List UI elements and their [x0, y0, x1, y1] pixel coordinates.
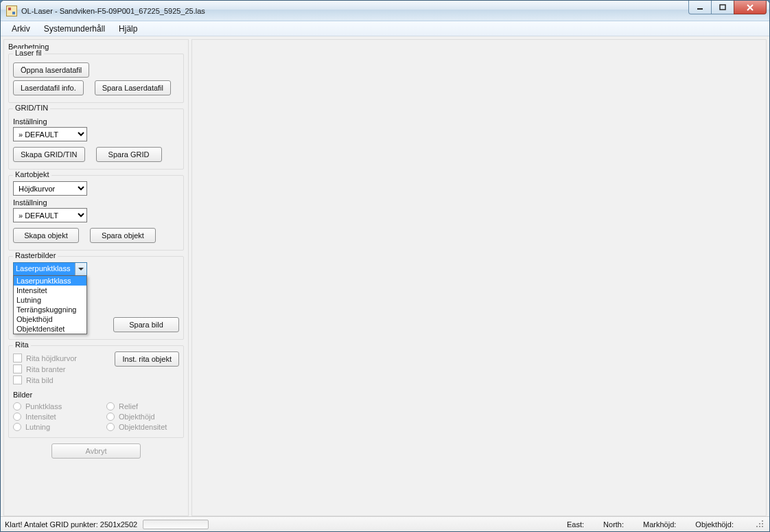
rasterbilder-dropdown-list: Laserpunktklass Intensitet Lutning Terrä… [13, 275, 87, 334]
laserdatafil-info-button[interactable]: Laserdatafil info. [13, 80, 84, 95]
status-markhojd-label: Markhöjd: [643, 520, 676, 529]
chevron-down-icon[interactable] [75, 263, 86, 275]
dropdown-item-lutning[interactable]: Lutning [14, 295, 86, 305]
bilder-title: Bilder [13, 391, 179, 399]
gridtin-installning-label: Inställning [13, 117, 179, 126]
app-icon [6, 5, 17, 16]
radio-lutning: Lutning [13, 423, 86, 431]
chk-rita-bild-label: Rita bild [26, 376, 54, 384]
radio-punktklass: Punktklass [13, 402, 86, 410]
radio-icon [13, 413, 21, 421]
radio-punktklass-label: Punktklass [25, 402, 62, 410]
rasterbilder-type-select[interactable]: Laserpunktklass [13, 262, 87, 276]
kartobjekt-installning-select[interactable]: » DEFAULT [13, 208, 87, 222]
chk-rita-branter: Rita branter [13, 365, 77, 373]
group-laserfil: Laser fil Öppna laserdatafil Laserdatafi… [8, 54, 184, 103]
radio-icon [13, 402, 21, 410]
open-laserdatafil-button[interactable]: Öppna laserdatafil [13, 62, 89, 78]
radio-intensitet: Intensitet [13, 413, 86, 421]
dropdown-item-laserpunktklass[interactable]: Laserpunktklass [14, 276, 86, 286]
rasterbilder-selected-text: Laserpunktklass [14, 263, 75, 275]
menu-systemunderhall[interactable]: Systemunderhåll [37, 23, 112, 35]
resize-grip-icon[interactable] [756, 520, 765, 529]
radio-objekthojd: Objekthöjd [106, 413, 179, 421]
radio-icon [13, 423, 21, 431]
avbryt-button: Avbryt [51, 443, 141, 459]
checkbox-icon [13, 375, 22, 384]
group-gridtin: GRID/TIN Inställning » DEFAULT Skapa GRI… [8, 108, 184, 170]
radio-relief: Relief [106, 402, 179, 410]
content-area: Bearbetning Laser fil Öppna laserdatafil… [1, 36, 769, 516]
close-button[interactable] [734, 1, 767, 14]
kartobjekt-installning-label: Inställning [13, 198, 179, 207]
statusbar: Klart! Antalet GRID punkter: 2501x2502 E… [1, 516, 769, 531]
chk-rita-branter-label: Rita branter [26, 365, 65, 373]
radio-icon [106, 423, 115, 431]
spara-grid-button[interactable]: Spara GRID [96, 147, 162, 162]
radio-icon [106, 413, 115, 421]
checkbox-icon [13, 354, 22, 362]
maximize-button[interactable] [711, 1, 734, 14]
group-kartobjekt-title: Kartobjekt [13, 170, 51, 178]
chk-rita-bild: Rita bild [13, 375, 77, 384]
status-east-label: East: [567, 520, 584, 529]
group-rita-title: Rita [13, 340, 31, 349]
spara-bild-button[interactable]: Spara bild [113, 317, 179, 332]
skapa-gridtin-button[interactable]: Skapa GRID/TIN [13, 147, 85, 162]
svg-rect-1 [720, 5, 725, 10]
checkbox-icon [13, 365, 22, 373]
dropdown-item-objekthojd[interactable]: Objekthöjd [14, 314, 86, 324]
menu-hjalp[interactable]: Hjälp [112, 23, 144, 35]
status-message: Klart! Antalet GRID punkter: 2501x2502 [5, 520, 137, 529]
radio-relief-label: Relief [119, 402, 138, 410]
radio-objektdensitet-label: Objektdensitet [119, 423, 167, 431]
inst-rita-objekt-button[interactable]: Inst. rita objekt [115, 351, 179, 367]
dropdown-item-intensitet[interactable]: Intensitet [14, 286, 86, 295]
app-window: OL-Laser - Sandviken-F5-09P001_67225_592… [0, 0, 770, 532]
window-title: OL-Laser - Sandviken-F5-09P001_67225_592… [21, 7, 205, 15]
window-controls [689, 1, 767, 14]
radio-intensitet-label: Intensitet [25, 413, 56, 421]
radio-objektdensitet: Objektdensitet [106, 423, 179, 431]
status-north-label: North: [603, 520, 624, 529]
left-panel: Bearbetning Laser fil Öppna laserdatafil… [3, 39, 189, 516]
svg-rect-0 [697, 8, 703, 10]
canvas-area [191, 39, 767, 516]
group-rita: Rita Rita höjdkurvor Rita branter [8, 345, 184, 438]
radio-icon [106, 402, 115, 410]
gridtin-installning-select[interactable]: » DEFAULT [13, 127, 87, 141]
spara-laserdatafil-button[interactable]: Spara Laserdatafil [95, 80, 171, 95]
kartobjekt-type-select[interactable]: Höjdkurvor [13, 181, 87, 196]
dropdown-item-objektdensitet[interactable]: Objektdensitet [14, 324, 86, 334]
spara-objekt-button[interactable]: Spara objekt [90, 228, 156, 243]
progress-bar [143, 520, 209, 529]
group-rasterbilder: Rasterbilder Laserpunktklass Laserpunktk… [8, 256, 184, 340]
group-gridtin-title: GRID/TIN [13, 104, 50, 112]
group-laserfil-title: Laser fil [13, 49, 44, 57]
group-rasterbilder-title: Rasterbilder [13, 251, 58, 259]
menu-arkiv[interactable]: Arkiv [5, 23, 37, 35]
minimize-button[interactable] [688, 1, 712, 14]
skapa-objekt-button[interactable]: Skapa objekt [13, 228, 79, 243]
radio-lutning-label: Lutning [25, 423, 50, 431]
menubar: Arkiv Systemunderhåll Hjälp [1, 21, 769, 36]
status-objekthojd-label: Objekthöjd: [695, 520, 734, 529]
radio-objekthojd-label: Objekthöjd [119, 413, 155, 421]
chk-rita-hojdkurvor-label: Rita höjdkurvor [26, 354, 77, 362]
group-kartobjekt: Kartobjekt Höjdkurvor Inställning » DEFA… [8, 175, 184, 251]
dropdown-item-terrangskuggning[interactable]: Terrängskuggning [14, 305, 86, 314]
titlebar: OL-Laser - Sandviken-F5-09P001_67225_592… [1, 1, 769, 21]
chk-rita-hojdkurvor: Rita höjdkurvor [13, 354, 77, 362]
